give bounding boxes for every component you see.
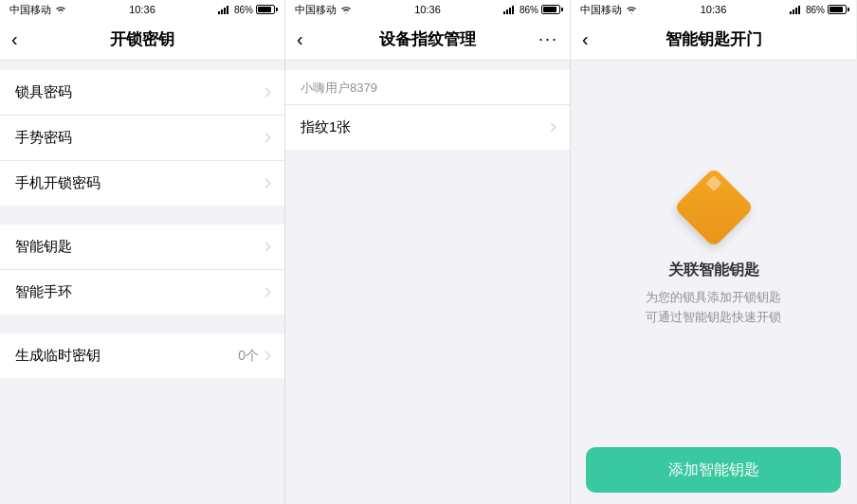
svg-rect-6 <box>509 8 511 14</box>
menu-item-gesture-password[interactable]: 手势密码 <box>0 116 284 161</box>
smart-band-right <box>263 289 269 296</box>
battery-fill-2 <box>543 7 556 12</box>
status-left-1: 中国移动 <box>9 3 66 17</box>
battery-fill-3 <box>830 7 843 12</box>
panel-unlock-key: 中国移动 10:36 86% ‹ 开锁密钥 <box>0 0 285 504</box>
time-3: 10:36 <box>701 4 727 15</box>
nav-bar-3: ‹ 智能钥匙开门 <box>571 19 856 61</box>
back-button-1[interactable]: ‹ <box>11 28 18 50</box>
add-button-bar: 添加智能钥匙 <box>571 436 856 504</box>
battery-icon-1 <box>256 5 275 14</box>
smart-key-title: 关联智能钥匙 <box>646 261 781 280</box>
svg-rect-11 <box>798 6 800 14</box>
fingerprint-user: 小嗨用户8379 <box>285 70 570 105</box>
diamond-shape <box>673 167 754 247</box>
nav-title-3: 智能钥匙开门 <box>666 28 762 50</box>
battery-icon-3 <box>828 5 847 14</box>
svg-rect-0 <box>218 11 220 14</box>
status-bar-2: 中国移动 10:36 86% <box>285 0 570 19</box>
status-right-3: 86% <box>790 5 847 15</box>
wifi-icon-3 <box>626 4 637 15</box>
status-left-3: 中国移动 <box>580 3 637 17</box>
svg-rect-7 <box>512 6 514 14</box>
smart-key-icon <box>676 170 752 245</box>
smart-band-label: 智能手环 <box>15 283 72 301</box>
menu-group-1c: 生成临时密钥 0个 <box>0 333 284 378</box>
smart-key-desc2: 可通过智能钥匙快速开锁 <box>646 308 781 328</box>
carrier-3: 中国移动 <box>580 3 622 17</box>
smart-key-chevron <box>262 243 271 252</box>
battery-text-1: 86% <box>234 5 253 15</box>
phone-password-chevron <box>262 179 271 189</box>
smart-key-desc1: 为您的锁具添加开锁钥匙 <box>646 288 781 308</box>
back-button-3[interactable]: ‹ <box>582 28 589 50</box>
wifi-icon-1 <box>55 4 66 15</box>
lock-password-chevron <box>262 88 271 98</box>
menu-item-lock-password[interactable]: 锁具密码 <box>0 70 284 116</box>
svg-rect-9 <box>793 9 794 14</box>
more-button-2[interactable]: ··· <box>538 29 558 49</box>
time-1: 10:36 <box>129 4 155 15</box>
svg-rect-4 <box>503 11 505 14</box>
gesture-password-label: 手势密码 <box>15 129 72 147</box>
phone-password-right <box>263 180 269 187</box>
svg-rect-5 <box>506 9 508 14</box>
battery-fill-1 <box>258 7 271 12</box>
panel-fingerprint: 中国移动 10:36 86% ‹ 设备指纹管理 ··· <box>285 0 571 504</box>
nav-bar-2: ‹ 设备指纹管理 ··· <box>285 19 570 61</box>
content-1: 锁具密码 手势密码 手机开锁密码 智能钥匙 <box>0 61 284 504</box>
gesture-password-right <box>263 135 269 141</box>
fingerprint-count-chevron <box>547 123 556 133</box>
status-bar-3: 中国移动 10:36 86% <box>571 0 856 19</box>
status-left-2: 中国移动 <box>295 3 352 17</box>
menu-item-fingerprint-count[interactable]: 指纹1张 <box>285 105 570 150</box>
nav-bar-1: ‹ 开锁密钥 <box>0 19 284 61</box>
battery-icon-2 <box>541 5 560 14</box>
battery-text-2: 86% <box>520 5 538 15</box>
spacer-1d <box>0 387 284 397</box>
menu-item-smart-key[interactable]: 智能钥匙 <box>0 225 284 270</box>
panel-smart-door: 中国移动 10:36 86% ‹ 智能钥匙开门 <box>571 0 856 504</box>
signal-icon-1 <box>218 5 231 14</box>
temp-key-count: 0个 <box>238 348 259 365</box>
fingerprint-count-right <box>548 124 555 131</box>
spacer-1c <box>0 324 284 333</box>
time-2: 10:36 <box>414 4 441 15</box>
wifi-icon-2 <box>340 4 352 15</box>
svg-rect-2 <box>224 8 226 14</box>
back-button-2[interactable]: ‹ <box>297 28 303 50</box>
content-2: 小嗨用户8379 指纹1张 <box>285 61 570 504</box>
status-right-2: 86% <box>503 5 560 15</box>
temp-key-chevron <box>262 351 271 361</box>
temp-key-right: 0个 <box>238 348 269 365</box>
spacer-2a <box>285 61 570 70</box>
spacer-1b <box>0 215 284 225</box>
carrier-2: 中国移动 <box>295 3 337 17</box>
menu-item-smart-band[interactable]: 智能手环 <box>0 270 284 315</box>
status-bar-1: 中国移动 10:36 86% <box>0 0 284 19</box>
smart-key-label: 智能钥匙 <box>15 238 72 256</box>
phone-password-label: 手机开锁密码 <box>15 174 100 192</box>
carrier-1: 中国移动 <box>9 3 51 17</box>
menu-item-phone-password[interactable]: 手机开锁密码 <box>0 161 284 206</box>
lock-password-label: 锁具密码 <box>15 83 72 101</box>
menu-group-2: 小嗨用户8379 指纹1张 <box>285 70 570 150</box>
svg-rect-1 <box>221 9 223 14</box>
menu-item-temp-key[interactable]: 生成临时密钥 0个 <box>0 333 284 378</box>
svg-rect-10 <box>795 8 797 14</box>
temp-key-label: 生成临时密钥 <box>15 347 100 365</box>
signal-icon-2 <box>503 5 517 14</box>
spacer-1a <box>0 61 284 70</box>
status-right-1: 86% <box>218 5 275 15</box>
fingerprint-count-label: 指纹1张 <box>301 118 351 136</box>
svg-rect-8 <box>790 11 792 14</box>
signal-icon-3 <box>790 5 803 14</box>
smart-key-text-block: 关联智能钥匙 为您的锁具添加开锁钥匙 可通过智能钥匙快速开锁 <box>646 261 781 328</box>
nav-title-2: 设备指纹管理 <box>379 28 476 50</box>
smart-band-chevron <box>262 288 271 297</box>
nav-title-1: 开锁密钥 <box>110 28 174 50</box>
lock-password-right <box>263 89 269 96</box>
svg-rect-3 <box>227 6 228 14</box>
add-smart-key-button[interactable]: 添加智能钥匙 <box>586 447 841 493</box>
gesture-password-chevron <box>262 134 271 143</box>
